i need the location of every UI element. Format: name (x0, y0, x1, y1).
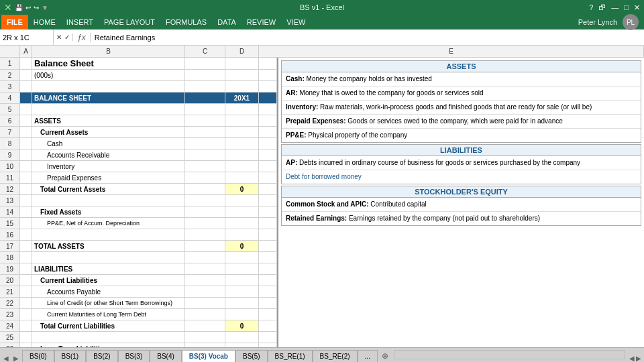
formulas-menu[interactable]: FORMULAS (160, 15, 212, 29)
assets-header: ASSETS (282, 61, 641, 72)
add-tab-btn[interactable]: ⊕ (378, 350, 392, 362)
help-icon[interactable]: ? (589, 3, 593, 11)
table-row: 14 Fixed Assets (0, 206, 277, 218)
tab-bar: ◀ ▶ BS(0) BS(1) BS(2) BS(3) BS(4) BS(3) … (0, 347, 644, 362)
table-row: 6 ASSETS (0, 115, 277, 127)
formula-bar: 2R x 1C ✕ ✓ ƒx Retained Earnings (0, 29, 644, 46)
name-box[interactable]: 2R x 1C (0, 29, 54, 45)
table-row: 10 Inventory (0, 161, 277, 172)
user-label: Peter Lynch (578, 18, 617, 26)
table-row: 7 Current Assets (0, 127, 277, 138)
spreadsheet-grid: 1 Balance Sheet 2 (000s) 3 (0, 58, 278, 347)
review-menu[interactable]: REVIEW (241, 15, 281, 29)
table-row: 12 Total Current Assets 0 (0, 184, 277, 195)
col-header-e[interactable]: E (259, 46, 644, 57)
tab-ellipsis[interactable]: ... (358, 350, 378, 362)
equity-section: STOCKHOLDER'S EQUITY Common Stock and AP… (281, 186, 641, 226)
assets-section: ASSETS Cash: Money the company holds or … (281, 60, 641, 143)
debt-row: Debt for borrowed money (282, 170, 641, 184)
liabilities-header: LIABILITIES (282, 145, 641, 156)
liabilities-section: LIABILITIES AP: Debts incurred in ordina… (281, 144, 641, 184)
file-menu[interactable]: FILE (1, 15, 28, 29)
tab-scroll-left[interactable]: ◀ (1, 355, 11, 362)
tab-bs3[interactable]: BS(3) (118, 350, 150, 362)
table-row: 24 Total Current Liabilities 0 (0, 320, 277, 332)
tab-scroll-right[interactable]: ▶ (11, 355, 21, 362)
insert-menu[interactable]: INSERT (61, 15, 99, 29)
table-row: 2 (000s) (0, 70, 277, 81)
table-row: 1 Balance Sheet (0, 58, 277, 70)
fx-label: ƒx (73, 33, 91, 42)
common-stock-row: Common Stock and APIC: Contributed capit… (282, 198, 641, 212)
table-row: 23 Current Maturities of Long Term Debt (0, 309, 277, 320)
table-row: 21 Accounts Payable (0, 286, 277, 298)
tab-bs3-vocab[interactable]: BS(3) Vocab (182, 350, 235, 362)
table-row: 19 LIABILITIES (0, 263, 277, 275)
table-row: 15 PP&E, Net of Accum. Depreciation (0, 218, 277, 229)
vocab-panel: ASSETS Cash: Money the company holds or … (278, 58, 644, 347)
prepaid-row: Prepaid Expenses: Goods or services owed… (282, 115, 641, 129)
horizontal-scrollbar[interactable] (394, 350, 625, 359)
home-menu[interactable]: HOME (28, 15, 61, 29)
main-area: 1 Balance Sheet 2 (000s) 3 (0, 58, 644, 347)
table-row: 17 TOTAL ASSETS 0 (0, 241, 277, 252)
table-row: 9 Accounts Receivable (0, 149, 277, 161)
user-avatar: PL (623, 14, 639, 30)
view-menu[interactable]: VIEW (281, 15, 311, 29)
table-row: 8 Cash (0, 138, 277, 149)
equity-header: STOCKHOLDER'S EQUITY (282, 186, 641, 198)
app-title: BS v1 - Excel (300, 3, 344, 11)
tab-bs-re1[interactable]: BS_RE(1) (268, 350, 313, 362)
table-row: 11 Prepaid Expenses (0, 172, 277, 184)
table-row: 5 (0, 104, 277, 115)
maximize-btn[interactable]: □ (624, 3, 629, 11)
scroll-controls: ◀ ▶ (627, 355, 644, 362)
table-row: 3 (0, 81, 277, 93)
title-bar: ✕ 💾 ↩ ↪ ▼ BS v1 - Excel ? 🗗 — □ ✕ (0, 0, 644, 15)
col-header-d[interactable]: D (225, 46, 259, 57)
ppe-row: PP&E: Physical property of the company (282, 129, 641, 142)
tab-bs4[interactable]: BS(4) (150, 350, 182, 362)
app-wrapper: ✕ 💾 ↩ ↪ ▼ BS v1 - Excel ? 🗗 — □ ✕ FILE H… (0, 0, 644, 362)
scroll-left-btn[interactable]: ◀ (629, 355, 635, 362)
table-row: 20 Current Liabilities (0, 275, 277, 286)
retained-earnings-row: Retained Earnings: Earnings retained by … (282, 212, 641, 225)
tab-bs2[interactable]: BS(2) (86, 350, 118, 362)
close-btn[interactable]: ✕ (634, 3, 640, 12)
table-row: 22 Line of Credit (or other Short Term B… (0, 298, 277, 309)
tab-bs0[interactable]: BS(0) (22, 350, 54, 362)
confirm-formula-icon[interactable]: ✓ (64, 34, 70, 41)
table-row: 4 BALANCE SHEET 20X1 (0, 93, 277, 104)
formula-input[interactable]: Retained Earnings (91, 34, 644, 42)
cash-row: Cash: Money the company holds or has inv… (282, 72, 641, 86)
col-header-a[interactable]: A (20, 46, 32, 57)
col-header-b[interactable]: B (32, 46, 185, 57)
scroll-right-btn[interactable]: ▶ (636, 355, 641, 362)
inventory-row: Inventory: Raw materials, work-in-proces… (282, 101, 641, 115)
table-row: 18 (0, 252, 277, 263)
cancel-formula-icon[interactable]: ✕ (56, 34, 62, 41)
ap-row: AP: Debts incurred in ordinary course of… (282, 156, 641, 170)
minimize-btn[interactable]: — (611, 3, 619, 11)
menu-bar: FILE HOME INSERT PAGE LAYOUT FORMULAS DA… (0, 15, 644, 29)
col-header-c[interactable]: C (185, 46, 225, 57)
tab-bs5[interactable]: BS(5) (235, 350, 268, 362)
tab-bs1[interactable]: BS(1) (54, 350, 87, 362)
page-layout-menu[interactable]: PAGE LAYOUT (99, 15, 160, 29)
data-menu[interactable]: DATA (212, 15, 241, 29)
restore-icon[interactable]: 🗗 (598, 3, 606, 11)
table-row: 13 (0, 195, 277, 206)
column-headers: A B C D E (0, 46, 644, 58)
tab-bs-re2[interactable]: BS_RE(2) (313, 350, 358, 362)
ar-row: AR: Money that is owed to the company fo… (282, 86, 641, 101)
table-row: 25 (0, 332, 277, 343)
table-row: 16 (0, 229, 277, 241)
